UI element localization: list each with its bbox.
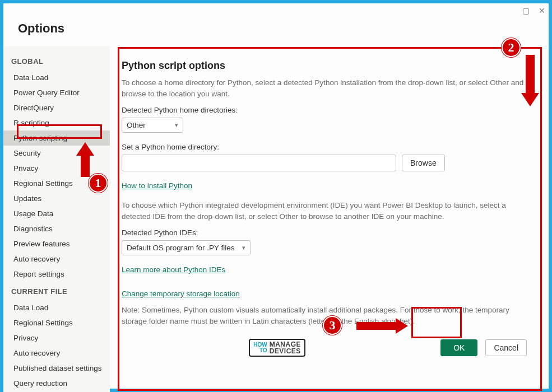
sidebar-item-auto-recovery[interactable]: Auto recovery xyxy=(3,251,110,267)
sidebar: GLOBAL Data Load Power Query Editor Dire… xyxy=(3,46,110,392)
sidebar-item-power-query-editor[interactable]: Power Query Editor xyxy=(3,85,110,100)
dialog-title: Options xyxy=(3,18,549,46)
intro-paragraph: To choose a home directory for Python, s… xyxy=(122,77,527,99)
options-dialog: ▢ ✕ Options GLOBAL Data Load Power Query… xyxy=(3,3,549,389)
titlebar: ▢ ✕ xyxy=(3,3,549,18)
maximize-icon[interactable]: ▢ xyxy=(522,6,530,15)
home-dirs-label: Detected Python home directories: xyxy=(122,106,527,114)
chevron-down-icon: ▾ xyxy=(242,244,245,251)
sidebar-item-cf-query-reduction[interactable]: Query reduction xyxy=(3,376,110,391)
home-directory-input[interactable] xyxy=(122,155,396,171)
annotation-arrow-down xyxy=(521,93,539,106)
sidebar-item-usage-data[interactable]: Usage Data xyxy=(3,206,110,221)
sidebar-item-cf-privacy[interactable]: Privacy xyxy=(3,330,110,346)
sidebar-item-cf-regional-settings[interactable]: Regional Settings xyxy=(3,315,110,330)
annotation-box-sidebar-item xyxy=(17,124,102,139)
ide-intro-paragraph: To choose which Python integrated develo… xyxy=(122,200,527,222)
sidebar-item-data-load[interactable]: Data Load xyxy=(3,70,110,85)
sidebar-item-updates[interactable]: Updates xyxy=(3,191,110,206)
set-home-label: Set a Python home directory: xyxy=(122,143,527,151)
footer-row: HOW TO MANAGE DEVICES OK Cancel xyxy=(122,339,527,357)
page-heading: Python script options xyxy=(122,60,527,72)
sidebar-item-diagnostics[interactable]: Diagnostics xyxy=(3,221,110,236)
sidebar-item-preview-features[interactable]: Preview features xyxy=(3,236,110,251)
content-panel: Python script options To choose a home d… xyxy=(122,60,527,357)
sidebar-item-cf-published-dataset-settings[interactable]: Published dataset settings xyxy=(3,361,110,376)
annotation-circle-1: 1 xyxy=(89,174,108,193)
home-dirs-select[interactable]: Other ▾ xyxy=(122,118,183,133)
annotation-box-main: Python script options To choose a home d… xyxy=(118,47,542,391)
logo-line2: DEVICES xyxy=(270,348,301,354)
sidebar-item-privacy[interactable]: Privacy xyxy=(3,161,110,176)
annotation-circle-2: 2 xyxy=(502,38,521,57)
sidebar-section-global: GLOBAL xyxy=(3,52,110,70)
annotation-arrow-right xyxy=(396,318,408,334)
sidebar-item-cf-data-load[interactable]: Data Load xyxy=(3,300,110,315)
close-icon[interactable]: ✕ xyxy=(539,6,545,15)
annotation-arrow-up xyxy=(76,142,94,156)
change-storage-link[interactable]: Change temporary storage location xyxy=(122,290,240,298)
ide-select[interactable]: Default OS program for .PY files ▾ xyxy=(122,240,251,255)
annotation-box-ok xyxy=(411,307,462,338)
ide-value: Default OS program for .PY files xyxy=(127,244,235,252)
install-python-link[interactable]: How to install Python xyxy=(122,181,192,190)
learn-ides-link[interactable]: Learn more about Python IDEs xyxy=(122,265,225,274)
home-dirs-value: Other xyxy=(127,121,146,129)
logo-to: TO xyxy=(253,348,267,353)
sidebar-section-current-file: CURRENT FILE xyxy=(3,282,110,300)
ok-button[interactable]: OK xyxy=(440,339,477,356)
watermark-logo: HOW TO MANAGE DEVICES xyxy=(249,339,305,357)
cancel-button[interactable]: Cancel xyxy=(485,339,527,356)
annotation-circle-3: 3 xyxy=(323,316,342,335)
sidebar-item-report-settings[interactable]: Report settings xyxy=(3,267,110,282)
chevron-down-icon: ▾ xyxy=(175,122,178,129)
sidebar-item-directquery[interactable]: DirectQuery xyxy=(3,100,110,115)
ide-label: Detected Python IDEs: xyxy=(122,228,527,237)
browse-button[interactable]: Browse xyxy=(402,155,445,171)
sidebar-item-cf-auto-recovery[interactable]: Auto recovery xyxy=(3,346,110,361)
